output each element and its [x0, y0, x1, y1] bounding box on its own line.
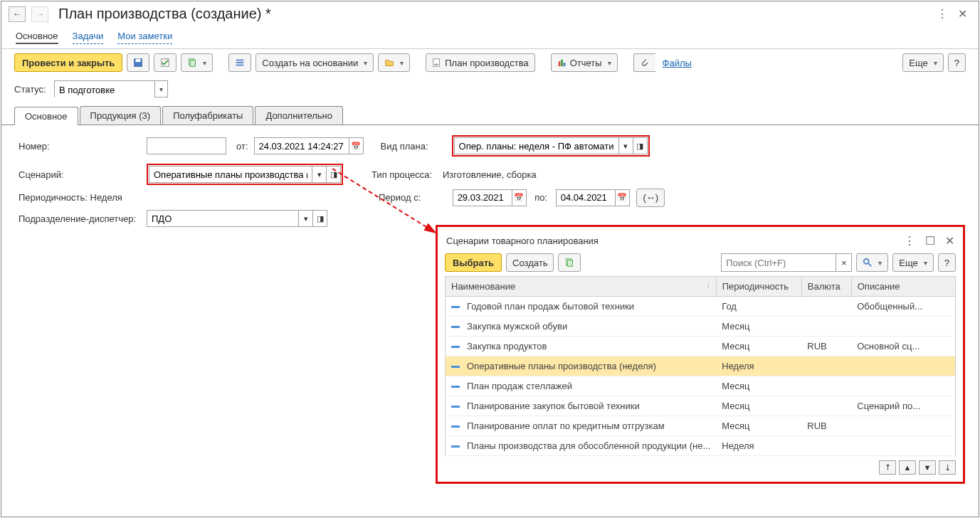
svg-line-17 — [868, 263, 871, 266]
row-icon — [451, 426, 460, 428]
table-row[interactable]: Закупка продуктовМесяцRUBОсновной сц... — [446, 337, 956, 356]
link-bar: Основное Задачи Мои заметки — [1, 26, 979, 49]
titlebar: ← → План производства (создание) * ⋮ ✕ — [1, 1, 979, 26]
copy-button[interactable] — [558, 253, 581, 272]
chevron-down-icon[interactable]: ▾ — [618, 138, 633, 154]
close-icon[interactable]: ✕ — [958, 7, 967, 21]
docs-button[interactable] — [181, 53, 213, 72]
scenario-label: Сценарий: — [19, 169, 147, 180]
svg-rect-15 — [568, 260, 573, 267]
reports-button[interactable]: Отчеты — [551, 53, 618, 72]
table-row[interactable]: План продаж стеллажейМесяц — [446, 376, 956, 396]
popup-maximize-icon[interactable]: ☐ — [925, 234, 935, 248]
row-icon — [451, 326, 460, 328]
table-row[interactable]: Планы производства для обособленной прод… — [446, 436, 956, 456]
list-button[interactable] — [228, 53, 251, 72]
svg-rect-10 — [558, 61, 560, 66]
table-row[interactable]: Закупка мужской обувиМесяц — [446, 317, 956, 337]
svg-rect-8 — [433, 59, 440, 67]
open-icon[interactable]: ◨ — [312, 211, 327, 226]
scenarios-popup: Сценарии товарного планирования ⋮ ☐ ✕ Вы… — [436, 225, 965, 484]
tab-main[interactable]: Основное — [14, 107, 78, 125]
nav-up-button[interactable]: ▲ — [899, 460, 916, 475]
attach-button[interactable] — [633, 53, 655, 72]
plan-type-field[interactable]: ▾ ◨ — [454, 137, 648, 154]
period-from-field[interactable]: 📅 — [453, 189, 527, 206]
link-main[interactable]: Основное — [16, 31, 58, 44]
number-field[interactable] — [147, 137, 226, 154]
periodicity-label: Периодичность: Неделя — [19, 192, 122, 203]
tab-products[interactable]: Продукция (3) — [80, 106, 162, 125]
calendar-icon[interactable]: 📅 — [615, 190, 629, 206]
row-icon — [451, 366, 460, 368]
col-name[interactable]: Наименование↓ — [446, 277, 717, 297]
row-icon — [451, 306, 460, 308]
process-label: Тип процесса: — [372, 169, 443, 180]
chevron-down-icon[interactable]: ▾ — [312, 166, 326, 182]
files-link[interactable]: Файлы — [663, 58, 692, 68]
table-row[interactable]: Планирование закупок бытовой техникиМеся… — [446, 396, 956, 416]
create-button[interactable]: Создать — [506, 253, 554, 272]
clear-icon[interactable]: × — [836, 254, 851, 271]
nav-down-button[interactable]: ▼ — [919, 460, 936, 475]
menu-icon[interactable]: ⋮ — [937, 7, 948, 21]
post-button[interactable] — [154, 53, 176, 72]
popup-close-icon[interactable]: ✕ — [945, 234, 954, 248]
plan-type-label: Вид плана: — [381, 141, 452, 152]
svg-rect-6 — [236, 62, 244, 63]
period-label: Период с: — [379, 192, 450, 203]
plan-production-button[interactable]: План производства — [426, 53, 534, 72]
svg-rect-12 — [563, 63, 565, 66]
from-label: от: — [236, 141, 248, 152]
help-button[interactable]: ? — [948, 53, 966, 72]
save-button[interactable] — [127, 53, 149, 72]
status-label: Статус: — [14, 84, 48, 95]
folder-button[interactable] — [378, 53, 410, 72]
nav-first-button[interactable]: ⤒ — [879, 460, 896, 475]
choose-button[interactable]: Выбрать — [445, 253, 502, 272]
table-row[interactable]: Планирование оплат по кредитным отгрузка… — [446, 416, 956, 436]
chevron-down-icon[interactable]: ▾ — [154, 81, 167, 97]
row-icon — [451, 406, 460, 408]
open-icon[interactable]: ◨ — [633, 138, 647, 154]
row-icon — [451, 445, 460, 448]
nav-forward-button[interactable]: → — [31, 6, 48, 22]
link-tasks[interactable]: Задачи — [73, 31, 104, 44]
svg-rect-1 — [136, 59, 141, 62]
table-row[interactable]: Оперативные планы производства (неделя)Н… — [446, 356, 956, 376]
svg-rect-9 — [435, 64, 438, 65]
date-field[interactable]: 📅 — [254, 137, 364, 154]
calendar-icon[interactable]: 📅 — [349, 138, 363, 154]
period-to-field[interactable]: 📅 — [556, 189, 630, 206]
create-based-button[interactable]: Создать на основании — [255, 53, 374, 72]
open-icon[interactable]: ◨ — [326, 166, 340, 182]
dept-field[interactable]: ▾ ◨ — [147, 210, 327, 227]
chevron-down-icon[interactable]: ▾ — [298, 211, 312, 226]
nav-last-button[interactable]: ⤓ — [939, 460, 956, 475]
tab-extra[interactable]: Дополнительно — [255, 106, 343, 125]
scenarios-table[interactable]: Наименование↓ Периодичность Валюта Описа… — [445, 276, 956, 456]
popup-menu-icon[interactable]: ⋮ — [904, 234, 915, 248]
popup-help-button[interactable]: ? — [938, 253, 956, 272]
row-icon — [451, 346, 460, 348]
col-desc[interactable]: Описание — [851, 277, 955, 297]
nav-back-button[interactable]: ← — [9, 6, 26, 22]
scenario-field[interactable]: ▾ ◨ — [149, 166, 341, 183]
popup-more-button[interactable]: Еще — [892, 253, 933, 272]
process-value: Изготовление, сборка — [443, 169, 537, 180]
number-label: Номер: — [19, 141, 147, 152]
status-select[interactable]: ▾ — [54, 80, 168, 97]
table-row[interactable]: Годовой план продаж бытовой техникиГодОб… — [446, 297, 956, 317]
refresh-period-button[interactable]: (↔) — [636, 189, 665, 207]
search-button[interactable] — [856, 253, 888, 272]
tab-semi[interactable]: Полуфабрикаты — [162, 106, 253, 125]
calendar-icon[interactable]: 📅 — [512, 190, 526, 206]
search-input[interactable]: × — [721, 253, 852, 272]
svg-point-16 — [864, 259, 869, 264]
post-and-close-button[interactable]: Провести и закрыть — [14, 53, 122, 72]
col-currency[interactable]: Валюта — [801, 277, 851, 297]
col-period[interactable]: Периодичность — [716, 277, 801, 297]
link-notes[interactable]: Мои заметки — [117, 31, 172, 44]
more-button[interactable]: Еще — [902, 53, 943, 72]
svg-rect-11 — [561, 60, 563, 67]
